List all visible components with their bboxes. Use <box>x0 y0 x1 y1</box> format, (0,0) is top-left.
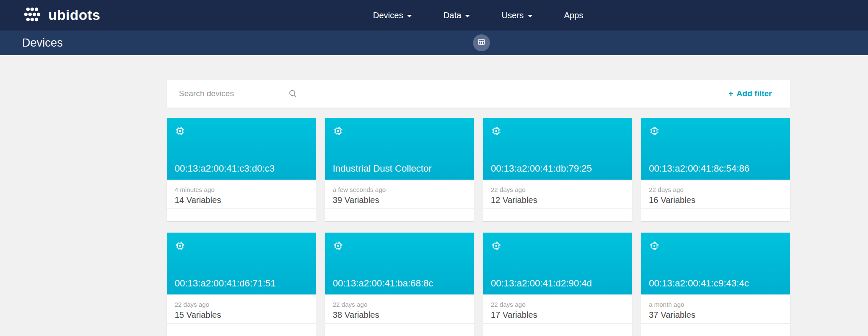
chip-icon <box>491 125 502 138</box>
device-card-header: 00:13:a2:00:41:8c:54:86 <box>641 118 790 180</box>
device-card-body: 4 minutes ago 14 Variables <box>167 180 316 205</box>
device-variable-count: 37 Variables <box>649 310 782 320</box>
nav-item-data[interactable]: Data <box>443 11 470 20</box>
device-last-activity: 22 days ago <box>333 301 466 308</box>
device-last-activity: 22 days ago <box>491 301 624 308</box>
ubidots-logo-icon <box>21 6 43 25</box>
device-card-body: a few seconds ago 39 Variables <box>325 180 474 205</box>
device-last-activity: 22 days ago <box>649 186 782 193</box>
grid-view-button[interactable] <box>473 34 490 51</box>
device-card[interactable]: 00:13:a2:00:41:8c:54:86 22 days ago 16 V… <box>641 118 790 221</box>
device-card-footer <box>483 323 632 336</box>
nav-item-label: Apps <box>564 11 584 20</box>
add-filter-button[interactable]: + Add filter <box>710 80 790 108</box>
device-card[interactable]: Industrial Dust Collector a few seconds … <box>325 118 474 221</box>
device-last-activity: a month ago <box>649 301 782 308</box>
device-card-header: 00:13:a2:00:41:c3:d0:c3 <box>167 118 316 180</box>
device-variable-count: 14 Variables <box>175 195 308 205</box>
chip-icon <box>333 240 344 253</box>
device-card-body: 22 days ago 12 Variables <box>483 180 632 205</box>
chip-icon <box>491 240 502 253</box>
device-name: 00:13:a2:00:41:ba:68:8c <box>333 278 433 289</box>
device-card-body: 22 days ago 17 Variables <box>483 294 632 320</box>
top-navbar: ubidots Devices Data Users Apps <box>0 0 868 31</box>
device-card-footer <box>641 208 790 221</box>
device-card[interactable]: 00:13:a2:00:41:ba:68:8c 22 days ago 38 V… <box>325 233 474 336</box>
device-name: 00:13:a2:00:41:d2:90:4d <box>491 278 592 289</box>
device-card-header: 00:13:a2:00:41:ba:68:8c <box>325 233 474 294</box>
chip-icon <box>175 125 186 138</box>
subheader-bar: Devices <box>0 31 868 55</box>
device-variable-count: 38 Variables <box>333 310 466 320</box>
search-input[interactable] <box>167 89 288 98</box>
brand-name: ubidots <box>48 7 100 23</box>
device-variable-count: 15 Variables <box>175 310 308 320</box>
search-icon <box>288 89 298 98</box>
device-card-body: a month ago 37 Variables <box>641 294 790 320</box>
device-card[interactable]: 00:13:a2:00:41:c3:d0:c3 4 minutes ago 14… <box>167 118 316 221</box>
device-name: 00:13:a2:00:41:c9:43:4c <box>649 278 749 289</box>
nav-item-devices[interactable]: Devices <box>373 11 412 20</box>
device-variable-count: 16 Variables <box>649 195 782 205</box>
device-card-header: 00:13:a2:00:41:d2:90:4d <box>483 233 632 294</box>
device-card[interactable]: 00:13:a2:00:41:c9:43:4c a month ago 37 V… <box>641 233 790 336</box>
device-last-activity: a few seconds ago <box>333 186 466 193</box>
device-card-body: 22 days ago 15 Variables <box>167 294 316 320</box>
device-card-footer <box>167 208 316 221</box>
device-card-footer <box>641 323 790 336</box>
device-name: 00:13:a2:00:41:d6:71:51 <box>175 278 276 289</box>
device-name: 00:13:a2:00:41:db:79:25 <box>491 163 592 174</box>
device-card-header: Industrial Dust Collector <box>325 118 474 180</box>
caret-down-icon <box>465 15 470 17</box>
caret-down-icon <box>407 15 412 17</box>
device-card[interactable]: 00:13:a2:00:41:db:79:25 22 days ago 12 V… <box>483 118 632 221</box>
device-variable-count: 17 Variables <box>491 310 624 320</box>
device-last-activity: 22 days ago <box>175 301 308 308</box>
nav-item-users[interactable]: Users <box>501 11 532 20</box>
device-card-footer <box>483 208 632 221</box>
caret-down-icon <box>528 15 533 17</box>
device-name: 00:13:a2:00:41:8c:54:86 <box>649 163 749 174</box>
nav-item-label: Data <box>443 11 461 20</box>
device-name: Industrial Dust Collector <box>333 163 432 174</box>
device-card-header: 00:13:a2:00:41:db:79:25 <box>483 118 632 180</box>
devices-toolbar: + Add filter <box>167 80 790 108</box>
ubidots-logo[interactable]: ubidots <box>21 6 100 25</box>
chip-icon <box>649 240 660 253</box>
device-last-activity: 22 days ago <box>491 186 624 193</box>
chip-icon <box>649 125 660 138</box>
nav-item-label: Devices <box>373 11 403 20</box>
device-card[interactable]: 00:13:a2:00:41:d2:90:4d 22 days ago 17 V… <box>483 233 632 336</box>
device-last-activity: 4 minutes ago <box>175 186 308 193</box>
device-name: 00:13:a2:00:41:c3:d0:c3 <box>175 163 275 174</box>
device-card-footer <box>325 208 474 221</box>
chip-icon <box>333 125 344 138</box>
device-variable-count: 12 Variables <box>491 195 624 205</box>
grid-icon <box>477 38 486 48</box>
device-card-body: 22 days ago 16 Variables <box>641 180 790 205</box>
page-title: Devices <box>22 36 63 50</box>
device-card[interactable]: 00:13:a2:00:41:d6:71:51 22 days ago 15 V… <box>167 233 316 336</box>
add-filter-label: Add filter <box>737 89 772 98</box>
chip-icon <box>175 240 186 253</box>
search-box <box>167 89 298 98</box>
plus-icon: + <box>729 89 733 98</box>
device-card-body: 22 days ago 38 Variables <box>325 294 474 320</box>
nav-item-apps[interactable]: Apps <box>564 11 584 20</box>
nav-item-label: Users <box>501 11 523 20</box>
device-variable-count: 39 Variables <box>333 195 466 205</box>
device-card-footer <box>167 323 316 336</box>
device-card-footer <box>325 323 474 336</box>
main-nav: Devices Data Users Apps <box>373 0 583 31</box>
device-card-header: 00:13:a2:00:41:d6:71:51 <box>167 233 316 294</box>
device-card-header: 00:13:a2:00:41:c9:43:4c <box>641 233 790 294</box>
device-grid: 00:13:a2:00:41:c3:d0:c3 4 minutes ago 14… <box>167 118 790 336</box>
